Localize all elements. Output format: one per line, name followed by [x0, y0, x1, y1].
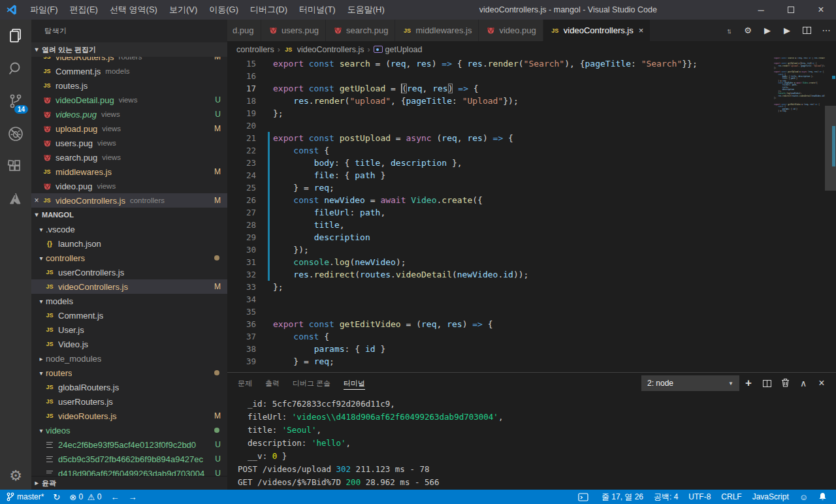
tree-file[interactable]: JSUser.js [31, 323, 227, 337]
maximize-button[interactable] [776, 0, 806, 20]
code-line-16[interactable]: 16 [227, 70, 774, 82]
minimize-button[interactable]: ─ [746, 0, 776, 20]
open-changes-icon[interactable]: ↑↓ [718, 27, 738, 35]
menu-item-2[interactable]: 선택 영역(S) [104, 0, 163, 20]
code-line-34[interactable]: 34 [227, 293, 774, 306]
close-window-button[interactable]: × [806, 0, 836, 20]
editor-tab-videoControllers.js[interactable]: JSvideoControllers.js× [543, 20, 651, 41]
gear-icon[interactable]: ⚙ [738, 25, 758, 35]
debug-icon[interactable] [0, 118, 31, 150]
panel-tab-출력[interactable]: 출력 [265, 373, 280, 394]
editor-tab-video.pug[interactable]: video.pug [479, 20, 543, 41]
menu-item-3[interactable]: 보기(V) [163, 0, 203, 20]
code-line-31[interactable]: 31 console.log(newVideo); [227, 256, 774, 268]
eol-status[interactable]: CRLF [721, 492, 741, 501]
menu-item-1[interactable]: 편집(E) [64, 0, 104, 20]
settings-gear-icon[interactable]: ⚙ [0, 467, 31, 484]
code-line-39[interactable]: 39 } = req; [227, 355, 774, 368]
code-line-23[interactable]: 23 body: { title, description }, [227, 157, 774, 169]
editor-tab-d.pug[interactable]: d.pug [227, 20, 261, 41]
menu-item-0[interactable]: 파일(F) [24, 0, 64, 20]
code-line-30[interactable]: 30 }); [227, 244, 774, 256]
open-editor-item[interactable]: JSmiddlewares.jsM [31, 165, 227, 179]
menu-item-5[interactable]: 디버그(D) [244, 0, 293, 20]
editor-scrollbar[interactable] [825, 57, 836, 372]
explorer-icon[interactable] [0, 20, 31, 52]
encoding-status[interactable]: UTF-8 [688, 492, 711, 501]
code-line-32[interactable]: 32 res.redirect(routes.videoDetail(newVi… [227, 268, 774, 281]
scrollbar-thumb[interactable] [825, 106, 836, 191]
breadcrumb-item[interactable]: getUpload [374, 45, 423, 54]
tree-file[interactable]: JSvideoRouters.jsM [31, 409, 227, 423]
azure-icon[interactable] [0, 183, 31, 215]
open-editor-item[interactable]: upload.pugviewsM [31, 121, 227, 136]
code-line-35[interactable]: 35 [227, 306, 774, 318]
close-panel-icon[interactable]: × [812, 377, 831, 389]
run-without-debugging-icon[interactable]: ▶ [777, 25, 797, 35]
editor-tab-users.pug[interactable]: users.pug [261, 20, 326, 41]
close-icon[interactable]: × [31, 196, 42, 205]
code-line-28[interactable]: 28 title, [227, 219, 774, 231]
git-branch-status[interactable]: master* [7, 492, 44, 501]
tree-file[interactable]: 24ec2f6be93f95acf4e0123f0f9c2bd0U [31, 437, 227, 452]
tree-file[interactable]: JSvideoControllers.jsM [31, 279, 227, 294]
outline-header[interactable]: ▸ 윤곽 [31, 476, 227, 490]
menu-item-6[interactable]: 터미널(T) [293, 0, 342, 20]
code-line-15[interactable]: 15export const search = (req, res) => { … [227, 57, 774, 70]
navigate-forward-icon[interactable]: → [129, 492, 137, 502]
menu-item-7[interactable]: 도움말(H) [342, 0, 391, 20]
code-line-37[interactable]: 37 const { [227, 330, 774, 343]
open-editor-item[interactable]: JSvideoRouters.jsroutersM [31, 57, 227, 64]
code-line-26[interactable]: 26 const newVideo = await Video.create({ [227, 194, 774, 206]
code-line-18[interactable]: 18 res.render("upload", {pageTitle: "Upl… [227, 95, 774, 107]
source-control-icon[interactable]: 14 [0, 85, 31, 118]
search-icon[interactable] [0, 52, 31, 85]
tree-file[interactable]: d5cb9c35d72fb4662b6f9b894a9427ecU [31, 452, 227, 466]
code-line-22[interactable]: 22 const { [227, 144, 774, 157]
editor-tab-search.pug[interactable]: search.pug [326, 20, 395, 41]
tree-file[interactable]: {}launch.json [31, 236, 227, 251]
open-editors-header[interactable]: ▾ 열려 있는 편집기 [31, 42, 227, 57]
tree-file[interactable]: JSVideo.js [31, 337, 227, 351]
feedback-smiley-icon[interactable]: ☺ [799, 492, 808, 502]
open-editor-item[interactable]: search.pugviews [31, 150, 227, 165]
new-terminal-icon[interactable]: + [739, 377, 758, 390]
tree-folder[interactable]: ▾controllers [31, 251, 227, 265]
more-actions-icon[interactable]: ⋯ [816, 25, 836, 35]
tree-folder[interactable]: ▸node_modules [31, 351, 227, 366]
tree-file[interactable]: JSComment.js [31, 308, 227, 323]
code-line-29[interactable]: 29 description [227, 231, 774, 244]
extensions-icon[interactable] [0, 150, 31, 183]
kill-terminal-icon[interactable] [776, 378, 794, 389]
open-editor-item[interactable]: JSComment.jsmodels [31, 64, 227, 78]
screencast-icon[interactable] [578, 493, 591, 501]
code-line-17[interactable]: 17export const getUpload = (req, res) =>… [227, 82, 774, 95]
notifications-bell-icon[interactable] [818, 492, 829, 501]
workspace-folder-header[interactable]: ▾ MANGOL [31, 208, 227, 222]
open-editor-item[interactable]: video.pugviews [31, 179, 227, 193]
close-icon[interactable]: × [639, 25, 644, 35]
tree-file[interactable]: JSuserRouters.js [31, 394, 227, 409]
open-editor-item[interactable]: videoDetail.pugviewsU [31, 93, 227, 107]
panel-tab-문제[interactable]: 문제 [238, 373, 252, 394]
split-terminal-icon[interactable] [758, 380, 776, 387]
code-line-21[interactable]: 21export const postUpload = async (req, … [227, 132, 774, 144]
panel-tab-터미널[interactable]: 터미널 [344, 373, 365, 394]
code-line-36[interactable]: 36export const getEditVideo = (req, res)… [227, 318, 774, 330]
breadcrumb-item[interactable]: JSvideoControllers.js [283, 44, 364, 55]
breadcrumb-item[interactable]: controllers [236, 45, 274, 54]
open-editor-item[interactable]: ×JSvideoControllers.jscontrollersM [31, 193, 227, 208]
tree-file[interactable]: JSuserControllers.js [31, 265, 227, 279]
code-line-25[interactable]: 25 } = req; [227, 181, 774, 194]
terminal-output[interactable]: _id: 5cfc762833ccf92d206d11c9, fileUrl: … [227, 394, 836, 490]
code-line-20[interactable]: 20 [227, 119, 774, 132]
open-editor-item[interactable]: users.pugviews [31, 136, 227, 150]
tree-folder[interactable]: ▾routers [31, 366, 227, 380]
split-editor-icon[interactable] [797, 27, 816, 34]
cursor-position-status[interactable]: 줄 17, 열 26 [602, 492, 643, 503]
code-line-38[interactable]: 38 params: { id } [227, 343, 774, 355]
terminal-select[interactable]: 2: node ▼ [641, 375, 739, 391]
code-line-24[interactable]: 24 file: { path } [227, 169, 774, 181]
minimap[interactable]: export const search = (req, res) => { re… [774, 57, 825, 372]
open-editor-item[interactable]: videos.pugviewsU [31, 107, 227, 121]
